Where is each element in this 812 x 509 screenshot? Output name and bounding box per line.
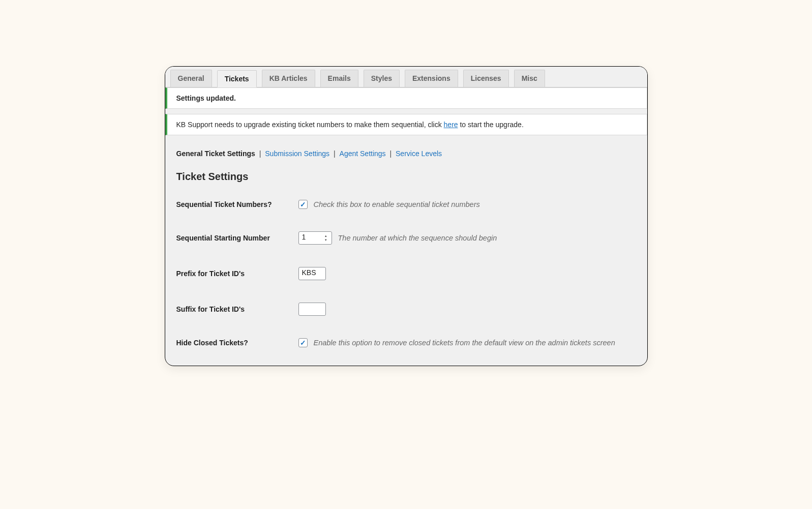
label-sequential-start: Sequential Starting Number: [176, 234, 298, 242]
subtab-submission[interactable]: Submission Settings: [265, 149, 329, 158]
notice-settings-updated: Settings updated.: [165, 87, 647, 109]
tab-general[interactable]: General: [170, 70, 212, 87]
input-value: 1: [302, 233, 306, 241]
subtab-current: General Ticket Settings: [176, 149, 255, 158]
page-heading: Ticket Settings: [176, 171, 636, 183]
row-sequential-enable: Sequential Ticket Numbers? Check this bo…: [176, 200, 636, 209]
checkbox-hide-closed[interactable]: [298, 338, 308, 347]
desc-sequential-start: The number at which the sequence should …: [338, 234, 497, 242]
subtab-sep: |: [390, 149, 394, 158]
subtabs: General Ticket Settings | Submission Set…: [176, 149, 636, 158]
desc-hide-closed: Enable this option to remove closed tick…: [314, 339, 615, 347]
settings-window: General Tickets KB Articles Emails Style…: [165, 66, 648, 366]
tab-tickets[interactable]: Tickets: [217, 70, 257, 87]
notice-upgrade-link[interactable]: here: [444, 121, 458, 129]
notice-upgrade-post: to start the upgrade.: [458, 121, 524, 129]
input-suffix[interactable]: [298, 303, 326, 316]
tabs-nav: General Tickets KB Articles Emails Style…: [165, 67, 647, 87]
subtab-service[interactable]: Service Levels: [396, 149, 442, 158]
subtab-sep: |: [259, 149, 263, 158]
label-prefix: Prefix for Ticket ID's: [176, 270, 298, 278]
notice-upgrade-pre: KB Support needs to upgrade existing tic…: [176, 121, 444, 129]
stepper-icon[interactable]: ▴▾: [325, 233, 330, 243]
tab-styles[interactable]: Styles: [364, 70, 400, 87]
input-sequential-start[interactable]: 1 ▴▾: [298, 231, 332, 245]
input-prefix[interactable]: KBS: [298, 267, 326, 280]
content-area: General Ticket Settings | Submission Set…: [165, 140, 647, 366]
tab-emails[interactable]: Emails: [320, 70, 358, 87]
notice-text: Settings updated.: [176, 94, 236, 102]
row-suffix: Suffix for Ticket ID's: [176, 303, 636, 316]
notice-upgrade: KB Support needs to upgrade existing tic…: [165, 114, 647, 135]
label-hide-closed: Hide Closed Tickets?: [176, 339, 298, 347]
label-sequential-enable: Sequential Ticket Numbers?: [176, 200, 298, 208]
row-hide-closed: Hide Closed Tickets? Enable this option …: [176, 338, 636, 347]
tab-misc[interactable]: Misc: [514, 70, 545, 87]
subtab-sep: |: [334, 149, 338, 158]
tab-extensions[interactable]: Extensions: [405, 70, 458, 87]
tab-licenses[interactable]: Licenses: [463, 70, 509, 87]
checkbox-sequential-enable[interactable]: [298, 200, 308, 209]
label-suffix: Suffix for Ticket ID's: [176, 305, 298, 313]
row-prefix: Prefix for Ticket ID's KBS: [176, 267, 636, 280]
desc-sequential-enable: Check this box to enable sequential tick…: [314, 200, 480, 208]
subtab-agent[interactable]: Agent Settings: [340, 149, 386, 158]
row-sequential-start: Sequential Starting Number 1 ▴▾ The numb…: [176, 231, 636, 245]
tab-kb-articles[interactable]: KB Articles: [262, 70, 315, 87]
